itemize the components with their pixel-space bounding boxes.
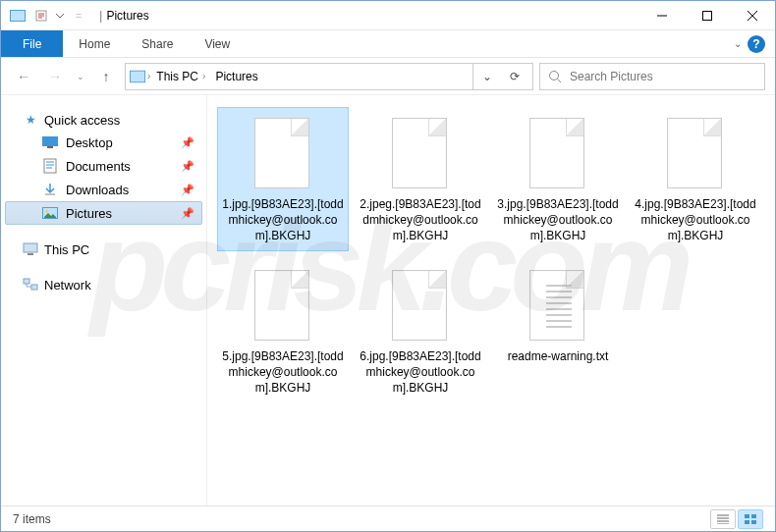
svg-rect-16 (31, 285, 37, 290)
nav-label: Network (44, 278, 91, 293)
file-item[interactable]: 2.jpeg.[9B83AE23].[toddmhickey@outlook.c… (355, 107, 486, 251)
sidebar-item-downloads[interactable]: Downloads📌 (5, 178, 202, 201)
file-name: readme-warning.txt (508, 348, 609, 364)
file-name: 4.jpg.[9B83AE23].[toddmhickey@outlook.co… (635, 196, 756, 244)
search-placeholder: Search Pictures (570, 70, 653, 83)
quick-access-toolbar: = (1, 5, 95, 27)
sidebar-item-desktop[interactable]: Desktop📌 (5, 131, 202, 154)
desktop-icon (42, 134, 58, 150)
title-separator: | (99, 8, 102, 23)
up-button[interactable]: ↑ (93, 64, 119, 89)
file-name: 1.jpg.[9B83AE23].[toddmhickey@outlook.co… (222, 196, 344, 244)
window-title: Pictures (106, 9, 148, 23)
file-icon (384, 114, 457, 192)
svg-rect-19 (745, 520, 749, 524)
network-header[interactable]: Network (5, 274, 202, 295)
search-icon (548, 70, 562, 83)
close-button[interactable] (730, 1, 775, 30)
navigation-pane: ★ Quick access Desktop📌Documents📌Downloa… (1, 95, 207, 505)
svg-rect-18 (751, 514, 756, 518)
breadcrumb-pictures[interactable]: Pictures (211, 64, 261, 89)
ribbon: File Home Share View ⌄ ? (1, 30, 775, 58)
pin-icon: 📌 (181, 136, 194, 149)
maximize-button[interactable] (685, 1, 730, 30)
ribbon-expand-icon[interactable]: ⌄ (734, 38, 742, 49)
pin-icon: 📌 (181, 207, 194, 220)
file-icon (522, 266, 594, 345)
svg-point-12 (46, 210, 49, 213)
tab-share[interactable]: Share (126, 30, 189, 57)
file-name: 3.jpg.[9B83AE23].[toddmhickey@outlook.co… (497, 196, 619, 244)
file-icon (522, 114, 594, 192)
down-icon (42, 182, 58, 197)
forward-button[interactable]: → (42, 64, 68, 89)
main-area: ★ Quick access Desktop📌Documents📌Downloa… (1, 95, 775, 505)
file-icon (247, 266, 319, 345)
file-item[interactable]: 4.jpg.[9B83AE23].[toddmhickey@outlook.co… (630, 107, 761, 251)
qat-dropdown-icon[interactable] (54, 5, 66, 27)
breadcrumb-label: This PC (156, 70, 198, 83)
help-icon[interactable]: ? (748, 35, 765, 53)
quick-access-header[interactable]: ★ Quick access (5, 109, 202, 131)
file-item[interactable]: 3.jpg.[9B83AE23].[toddmhickey@outlook.co… (492, 107, 624, 251)
chevron-right-icon: › (202, 71, 205, 81)
sidebar-item-label: Desktop (66, 135, 113, 150)
svg-rect-13 (24, 243, 37, 252)
sidebar-item-label: Documents (66, 159, 131, 174)
refresh-icon[interactable]: ⟳ (501, 64, 528, 89)
svg-point-6 (550, 71, 559, 80)
file-item[interactable]: 6.jpg.[9B83AE23].[toddmhickey@outlook.co… (355, 259, 486, 403)
svg-rect-20 (751, 520, 756, 524)
file-name: 6.jpg.[9B83AE23].[toddmhickey@outlook.co… (360, 348, 481, 397)
qat-separator: = (68, 5, 89, 27)
pics-icon (42, 205, 58, 221)
svg-rect-1 (11, 11, 25, 21)
file-list[interactable]: 1.jpg.[9B83AE23].[toddmhickey@outlook.co… (207, 95, 775, 505)
pc-icon (23, 241, 38, 257)
folder-icon (130, 69, 145, 84)
sidebar-item-pictures[interactable]: Pictures📌 (5, 201, 202, 225)
address-bar: ← → ⌄ ↑ › This PC› Pictures ⌄ ⟳ Search P… (1, 58, 775, 95)
back-button[interactable]: ← (11, 64, 36, 89)
explorer-window: pcrisk.com = | Pictures File Home Share … (0, 0, 776, 532)
file-icon (384, 266, 457, 345)
file-name: 5.jpg.[9B83AE23].[toddmhickey@outlook.co… (222, 348, 344, 397)
folder-app-icon (7, 5, 28, 27)
title-bar: = | Pictures (1, 1, 775, 30)
file-item[interactable]: 1.jpg.[9B83AE23].[toddmhickey@outlook.co… (217, 107, 349, 251)
file-item[interactable]: 5.jpg.[9B83AE23].[toddmhickey@outlook.co… (217, 259, 349, 403)
svg-rect-14 (28, 253, 33, 255)
details-view-button[interactable] (710, 509, 736, 529)
svg-rect-7 (42, 136, 58, 146)
chevron-right-icon[interactable]: › (147, 71, 150, 81)
icons-view-button[interactable] (738, 509, 763, 529)
item-count: 7 items (13, 512, 51, 526)
file-tab[interactable]: File (1, 30, 63, 57)
breadcrumb-label: Pictures (215, 70, 257, 83)
search-input[interactable]: Search Pictures (539, 63, 765, 90)
status-bar: 7 items (1, 505, 775, 531)
tab-view[interactable]: View (189, 30, 246, 57)
nav-label: Quick access (44, 113, 120, 128)
sidebar-item-documents[interactable]: Documents📌 (5, 154, 202, 178)
minimize-button[interactable] (639, 1, 685, 30)
qat-properties-icon[interactable] (30, 5, 52, 27)
svg-rect-17 (745, 514, 749, 518)
recent-dropdown-icon[interactable]: ⌄ (74, 64, 87, 89)
svg-rect-15 (24, 279, 29, 284)
pin-icon: 📌 (181, 184, 194, 196)
svg-rect-8 (47, 146, 53, 148)
breadcrumb-this-pc[interactable]: This PC› (152, 64, 209, 89)
nav-label: This PC (44, 242, 89, 257)
window-controls (639, 1, 775, 30)
star-icon: ★ (23, 112, 38, 128)
file-icon (659, 114, 732, 192)
file-item[interactable]: readme-warning.txt (492, 259, 624, 403)
svg-rect-3 (703, 11, 712, 20)
svg-rect-5 (131, 71, 144, 81)
svg-rect-9 (44, 159, 56, 173)
tab-home[interactable]: Home (63, 30, 126, 57)
address-box[interactable]: › This PC› Pictures ⌄ ⟳ (125, 63, 533, 90)
address-dropdown-icon[interactable]: ⌄ (473, 64, 501, 89)
this-pc-header[interactable]: This PC (5, 239, 202, 260)
